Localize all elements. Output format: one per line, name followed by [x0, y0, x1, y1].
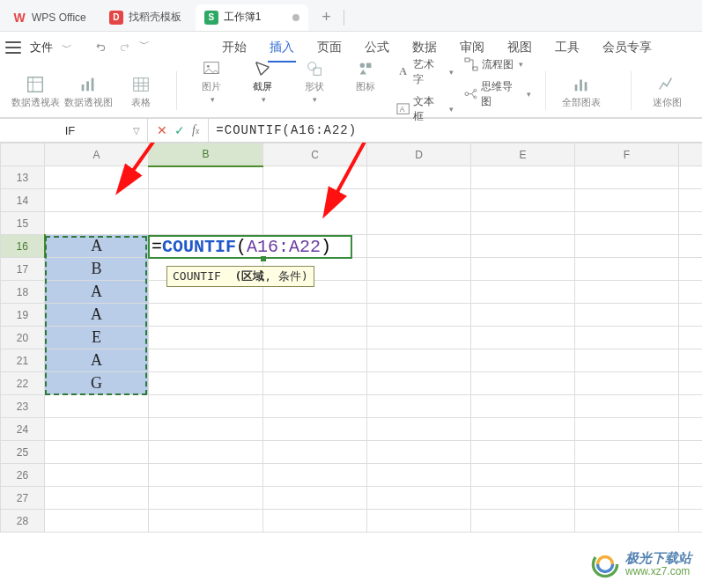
- cell[interactable]: [263, 212, 367, 235]
- cell[interactable]: [149, 464, 263, 487]
- cell[interactable]: [679, 418, 703, 441]
- cell[interactable]: [575, 395, 679, 418]
- cell[interactable]: [149, 487, 263, 510]
- cell[interactable]: [149, 304, 263, 327]
- cell[interactable]: [263, 166, 367, 189]
- cell[interactable]: [367, 189, 471, 212]
- cell[interactable]: [263, 372, 367, 395]
- cell[interactable]: [679, 487, 703, 510]
- col-header-E[interactable]: E: [471, 143, 575, 166]
- file-menu-dropdown[interactable]: ﹀: [62, 40, 72, 55]
- cell[interactable]: [149, 327, 263, 349]
- cell[interactable]: A: [45, 304, 149, 327]
- row-header[interactable]: 27: [1, 487, 45, 510]
- cell[interactable]: [575, 166, 679, 189]
- cell[interactable]: [367, 258, 471, 281]
- col-header-B[interactable]: B: [149, 143, 263, 166]
- cell[interactable]: [679, 189, 703, 212]
- hamburger-icon[interactable]: [5, 41, 21, 54]
- row-header[interactable]: 21: [1, 349, 45, 372]
- mindmap-button[interactable]: 思维导图▾: [461, 77, 535, 111]
- cell[interactable]: [367, 235, 471, 258]
- cell[interactable]: [367, 395, 471, 418]
- cell[interactable]: [263, 189, 367, 212]
- cell[interactable]: [471, 327, 575, 349]
- cell[interactable]: [575, 510, 679, 533]
- chevron-down-icon[interactable]: ▽: [133, 126, 140, 136]
- spreadsheet-grid[interactable]: A B C D E F 13141516A17B18A19A20E21A22G2…: [0, 143, 702, 588]
- cell[interactable]: A: [45, 235, 149, 258]
- table-button[interactable]: 表格: [116, 71, 166, 109]
- cell[interactable]: [45, 441, 149, 464]
- cell[interactable]: E: [45, 327, 149, 349]
- row-header[interactable]: 16: [1, 235, 45, 258]
- cell[interactable]: [367, 464, 471, 487]
- fx-icon[interactable]: fx: [192, 123, 199, 137]
- tab-page[interactable]: 页面: [315, 34, 344, 61]
- tab-formula[interactable]: 公式: [363, 34, 391, 61]
- cell[interactable]: [263, 304, 367, 327]
- cell[interactable]: [471, 166, 575, 189]
- formula-input[interactable]: =COUNTIF(A16:A22): [209, 123, 702, 137]
- cell[interactable]: [45, 212, 149, 235]
- cell[interactable]: [471, 258, 575, 281]
- cell[interactable]: [367, 487, 471, 510]
- app-tab-daoke[interactable]: D 找稻壳模板: [100, 4, 190, 31]
- cell[interactable]: [45, 166, 149, 189]
- row-header[interactable]: 15: [1, 212, 45, 235]
- cell[interactable]: [575, 235, 679, 258]
- row-header[interactable]: 28: [1, 510, 45, 533]
- cell[interactable]: [149, 510, 263, 533]
- col-header-extra[interactable]: [679, 143, 703, 166]
- history-dropdown[interactable]: ﹀: [139, 37, 150, 58]
- cell[interactable]: [45, 464, 149, 487]
- cell[interactable]: [679, 304, 703, 327]
- cell[interactable]: [679, 349, 703, 372]
- picture-button[interactable]: 图片▾: [188, 55, 235, 104]
- cell[interactable]: [471, 349, 575, 372]
- col-header-C[interactable]: C: [263, 143, 367, 166]
- row-header[interactable]: 23: [1, 395, 45, 418]
- cell[interactable]: A: [45, 281, 149, 304]
- cell[interactable]: [149, 349, 263, 372]
- col-header-D[interactable]: D: [367, 143, 471, 166]
- cell[interactable]: [679, 235, 703, 258]
- cell[interactable]: [471, 212, 575, 235]
- cell[interactable]: [471, 372, 575, 395]
- cell[interactable]: [263, 510, 367, 533]
- cell[interactable]: [263, 418, 367, 441]
- cell[interactable]: [45, 510, 149, 533]
- cell[interactable]: [149, 395, 263, 418]
- tab-data[interactable]: 数据: [410, 34, 439, 61]
- cell[interactable]: [575, 281, 679, 304]
- cell[interactable]: [367, 372, 471, 395]
- select-all-corner[interactable]: [1, 143, 45, 166]
- cell[interactable]: G: [45, 372, 149, 395]
- cell[interactable]: [367, 304, 471, 327]
- minichart-button[interactable]: 迷你图: [642, 71, 691, 109]
- cell[interactable]: [45, 487, 149, 510]
- row-header[interactable]: 18: [1, 281, 45, 304]
- cell[interactable]: [45, 395, 149, 418]
- shapes-button[interactable]: 形状▾: [291, 55, 338, 104]
- cell[interactable]: B: [45, 258, 149, 281]
- cell[interactable]: [149, 212, 263, 235]
- formula-accept-button[interactable]: ✓: [174, 123, 185, 137]
- tab-review[interactable]: 审阅: [458, 34, 486, 61]
- cell[interactable]: [367, 281, 471, 304]
- col-header-F[interactable]: F: [575, 143, 679, 166]
- tab-member[interactable]: 会员专享: [601, 34, 654, 61]
- cell[interactable]: [575, 258, 679, 281]
- row-header[interactable]: 17: [1, 258, 45, 281]
- cell[interactable]: [367, 327, 471, 349]
- cell[interactable]: [45, 418, 149, 441]
- cell[interactable]: A: [45, 349, 149, 372]
- col-header-A[interactable]: A: [45, 143, 149, 166]
- cell[interactable]: [679, 441, 703, 464]
- cell[interactable]: [679, 372, 703, 395]
- cell[interactable]: [367, 510, 471, 533]
- tab-view[interactable]: 视图: [506, 34, 534, 61]
- cell[interactable]: [575, 372, 679, 395]
- cell[interactable]: [471, 189, 575, 212]
- cell[interactable]: [149, 372, 263, 395]
